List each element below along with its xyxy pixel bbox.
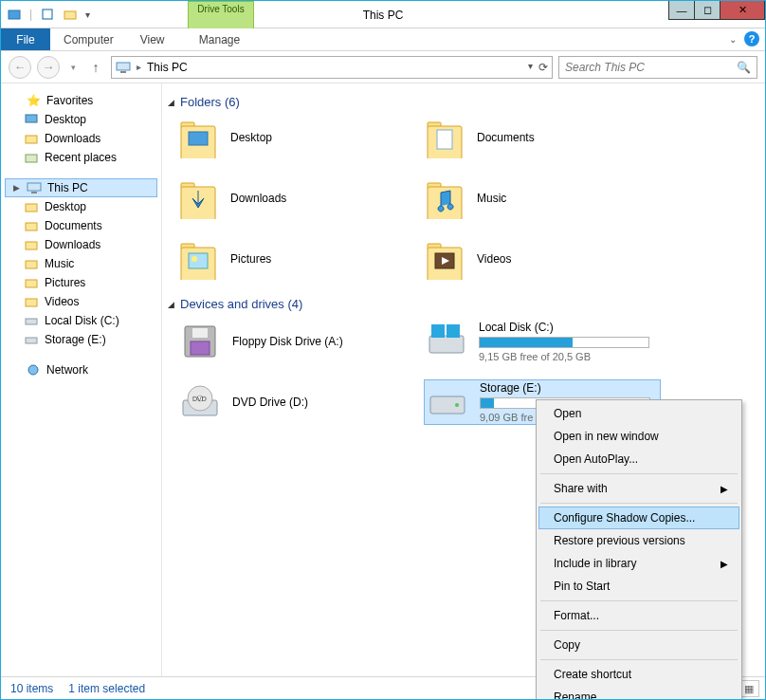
context-menu-label: Rename [554, 691, 596, 700]
drive-floppy-a[interactable]: Floppy Disk Drive (A:) [177, 319, 424, 364]
up-button[interactable]: ↑ [86, 58, 105, 77]
properties-qat-icon[interactable] [40, 7, 55, 22]
context-menu-item[interactable]: Share with▶ [538, 477, 739, 500]
sidebar-thispc[interactable]: ▶ This PC [5, 178, 157, 197]
sidebar-item-music[interactable]: Music [5, 254, 157, 273]
context-menu-item[interactable]: Rename [538, 686, 739, 700]
window-title: This PC [1, 1, 765, 28]
chevron-right-icon[interactable]: ▸ [137, 62, 141, 72]
context-menu-item[interactable]: Configure Shadow Copies... [538, 507, 739, 529]
app-icon[interactable] [7, 7, 22, 22]
sidebar-item-desktop[interactable]: Desktop [5, 197, 157, 216]
context-menu-label: Open [554, 407, 581, 420]
context-menu-item[interactable]: Create shortcut [538, 663, 739, 686]
thispc-icon [116, 60, 131, 75]
item-label: DVD Drive (D:) [232, 396, 308, 409]
manage-tab[interactable]: Manage [186, 28, 252, 50]
context-menu-label: Restore previous versions [554, 534, 685, 547]
folder-icon [177, 117, 219, 158]
svg-rect-11 [26, 223, 37, 230]
drive-icon [24, 313, 39, 328]
new-folder-qat-icon[interactable] [63, 7, 78, 22]
chevron-right-icon: ▶ [720, 559, 728, 569]
sidebar-item-downloads[interactable]: Downloads [5, 235, 157, 254]
folder-pictures[interactable]: Pictures [177, 238, 424, 280]
window-controls: — ◻ ✕ [669, 1, 765, 20]
file-tab[interactable]: File [1, 28, 50, 50]
folder-desktop[interactable]: Desktop [177, 117, 424, 158]
help-icon[interactable]: ? [744, 31, 759, 46]
context-menu-label: Create shortcut [554, 668, 631, 681]
drive-local-c[interactable]: Local Disk (C:) 9,15 GB free of 20,5 GB [424, 319, 661, 364]
folder-icon [424, 238, 465, 280]
capacity-text: 9,15 GB free of 20,5 GB [479, 351, 649, 362]
folder-icon [24, 237, 39, 252]
sidebar-item-downloads[interactable]: Downloads [5, 129, 157, 148]
status-selected: 1 item selected [68, 682, 145, 695]
drive-icon [24, 332, 39, 347]
svg-rect-40 [429, 336, 464, 353]
status-item-count: 10 items [10, 682, 53, 695]
sidebar-item-recent[interactable]: Recent places [5, 148, 157, 167]
search-box[interactable]: 🔍 [558, 56, 757, 79]
folder-documents[interactable]: Documents [424, 117, 670, 158]
desktop-icon [24, 112, 39, 127]
context-menu-item[interactable]: Format... [538, 604, 739, 627]
context-menu-item[interactable]: Open AutoPlay... [538, 448, 739, 470]
section-folders-header[interactable]: ◢ Folders (6) [168, 95, 759, 109]
ribbon-tabs: File Computer View Manage ⌄ ? [1, 28, 765, 51]
sidebar-item-documents[interactable]: Documents [5, 216, 157, 235]
chevron-down-icon[interactable]: ▶ [13, 183, 21, 193]
sidebar-favorites[interactable]: ⭐ Favorites [5, 91, 157, 110]
context-menu-item[interactable]: Copy [538, 634, 739, 656]
context-menu-label: Open AutoPlay... [554, 452, 638, 466]
back-button[interactable]: ← [9, 56, 31, 79]
context-menu-item[interactable]: Open [538, 402, 739, 425]
context-menu-separator [540, 503, 738, 504]
drive-dvd-d[interactable]: DVD DVD Drive (D:) [177, 379, 424, 425]
sidebar-network[interactable]: Network [5, 360, 157, 379]
section-drives-header[interactable]: ◢ Devices and drives (4) [168, 297, 759, 311]
floppy-icon [179, 321, 221, 362]
context-menu-item[interactable]: Include in library▶ [538, 552, 739, 575]
sidebar-item-label: Desktop [45, 113, 86, 126]
sidebar-item-label: Pictures [45, 276, 85, 289]
search-icon[interactable]: 🔍 [737, 61, 751, 74]
address-dropdown-icon[interactable]: ▾ [528, 61, 533, 74]
svg-rect-10 [26, 204, 37, 212]
minimize-button[interactable]: — [668, 1, 695, 20]
search-input[interactable] [565, 61, 731, 74]
refresh-icon[interactable]: ⟳ [538, 61, 548, 74]
context-menu-label: Include in library [554, 557, 636, 570]
svg-rect-17 [26, 338, 37, 343]
ribbon-expand-icon[interactable]: ⌄ [729, 34, 737, 45]
svg-rect-7 [26, 155, 37, 162]
sidebar-item-videos[interactable]: Videos [5, 292, 157, 311]
folder-icon [177, 177, 219, 219]
collapse-icon[interactable]: ◢ [168, 300, 174, 309]
maximize-button[interactable]: ◻ [694, 1, 720, 20]
sidebar-item-label: Storage (E:) [45, 333, 106, 346]
svg-rect-47 [430, 396, 465, 414]
context-menu-item[interactable]: Restore previous versions [538, 529, 739, 552]
computer-tab[interactable]: Computer [50, 28, 127, 50]
sidebar-item-localdisk-c[interactable]: Local Disk (C:) [5, 311, 157, 330]
sidebar-item-pictures[interactable]: Pictures [5, 273, 157, 292]
address-bar[interactable]: ▸ This PC ▾ ⟳ [111, 56, 553, 79]
view-tab[interactable]: View [127, 28, 178, 50]
folder-music[interactable]: Music [424, 177, 670, 219]
sidebar-label: Network [46, 363, 88, 377]
collapse-icon[interactable]: ◢ [168, 98, 174, 107]
close-button[interactable]: ✕ [720, 1, 765, 20]
sidebar-item-desktop[interactable]: Desktop [5, 110, 157, 129]
forward-button[interactable]: → [37, 56, 60, 79]
recent-locations-icon[interactable]: ▾ [65, 56, 81, 79]
folder-videos[interactable]: Videos [424, 238, 670, 280]
context-menu-item[interactable]: Pin to Start [538, 575, 739, 598]
svg-rect-8 [27, 183, 41, 191]
qat-dropdown-icon[interactable]: ▾ [85, 9, 90, 20]
sidebar-item-storage-e[interactable]: Storage (E:) [5, 330, 157, 349]
sidebar-item-label: Downloads [45, 132, 100, 145]
folder-downloads[interactable]: Downloads [177, 177, 424, 219]
context-menu-item[interactable]: Open in new window [538, 425, 739, 448]
